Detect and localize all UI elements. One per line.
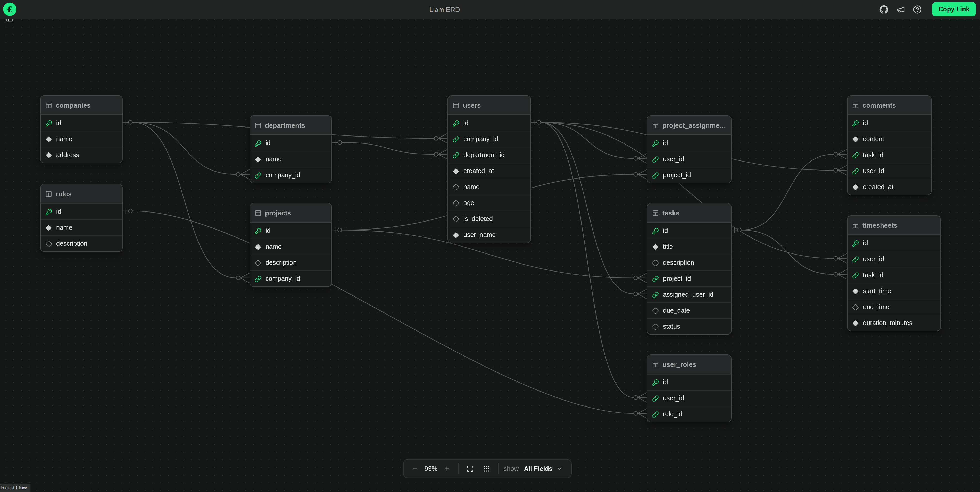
column-row[interactable]: title	[648, 238, 731, 254]
table-header[interactable]: comments	[848, 96, 931, 115]
column-name: id	[663, 379, 668, 386]
column-row[interactable]: name	[448, 179, 530, 195]
zoom-out-button[interactable]	[409, 462, 421, 475]
table-header[interactable]: companies	[41, 96, 122, 115]
column-row[interactable]: is_deleted	[448, 211, 530, 227]
table-name: project_assignme…	[662, 121, 726, 129]
table-node-companies[interactable]: companiesidnameaddress	[40, 95, 123, 163]
table-node-tasks[interactable]: tasksidtitledescriptionproject_idassigne…	[647, 203, 732, 335]
react-flow-attribution[interactable]: React Flow	[0, 484, 30, 492]
column-row[interactable]: name	[250, 151, 331, 167]
diamond-filled-icon	[453, 232, 459, 238]
column-name: status	[663, 323, 680, 330]
column-row[interactable]: description	[250, 254, 331, 270]
column-row[interactable]: end_time	[848, 299, 940, 315]
table-name: companies	[56, 101, 91, 109]
column-row[interactable]: id	[41, 115, 122, 131]
column-row[interactable]: user_id	[848, 251, 940, 267]
table-header[interactable]: project_assignme…	[648, 116, 731, 135]
table-node-departments[interactable]: departmentsidnamecompany_id	[250, 116, 332, 183]
github-icon[interactable]	[877, 3, 890, 16]
column-row[interactable]: user_id	[648, 390, 731, 406]
column-name: id	[463, 119, 468, 127]
column-row[interactable]: status	[648, 318, 731, 334]
column-row[interactable]: name	[41, 219, 122, 235]
liam-logo-icon[interactable]: £	[3, 3, 16, 16]
column-row[interactable]: project_id	[648, 270, 731, 286]
column-row[interactable]: address	[41, 147, 122, 163]
column-row[interactable]: user_id	[648, 151, 731, 167]
column-row[interactable]: description	[41, 235, 122, 251]
table-node-timesheets[interactable]: timesheetsiduser_idtask_idstart_timeend_…	[847, 215, 941, 331]
column-row[interactable]: user_name	[448, 227, 530, 243]
link-icon	[652, 275, 659, 282]
column-row[interactable]: project_id	[648, 167, 731, 183]
column-row[interactable]: created_at	[848, 179, 931, 195]
column-row[interactable]: description	[648, 254, 731, 270]
column-row[interactable]: company_id	[448, 131, 530, 147]
column-name: task_id	[863, 271, 883, 279]
column-row[interactable]: content	[848, 131, 931, 147]
column-row[interactable]: duration_minutes	[848, 315, 940, 331]
help-icon[interactable]	[910, 3, 924, 16]
column-row[interactable]: id	[848, 235, 940, 251]
table-header[interactable]: departments	[250, 116, 331, 135]
megaphone-icon[interactable]	[894, 3, 907, 16]
column-row[interactable]: created_at	[448, 163, 530, 179]
table-node-user_roles[interactable]: user_rolesiduser_idrole_id	[647, 354, 732, 422]
column-row[interactable]: id	[648, 222, 731, 238]
table-icon	[852, 102, 859, 108]
column-row[interactable]: name	[250, 238, 331, 254]
column-row[interactable]: id	[648, 135, 731, 151]
table-node-roles[interactable]: rolesidnamedescription	[40, 184, 123, 252]
column-row[interactable]: assigned_user_id	[648, 286, 731, 302]
column-row[interactable]: due_date	[648, 302, 731, 318]
column-row[interactable]: id	[250, 222, 331, 238]
column-row[interactable]: company_id	[250, 167, 331, 183]
column-row[interactable]: task_id	[848, 267, 940, 283]
column-name: description	[663, 259, 694, 267]
table-node-project_assignme[interactable]: project_assignme…iduser_idproject_id	[647, 116, 732, 183]
zoom-in-button[interactable]	[441, 462, 453, 475]
column-name: department_id	[463, 151, 505, 159]
column-name: id	[863, 119, 868, 127]
table-name: user_roles	[662, 360, 697, 368]
column-row[interactable]: id	[848, 115, 931, 131]
column-row[interactable]: id	[250, 135, 331, 151]
key-icon	[45, 208, 52, 215]
column-row[interactable]: id	[448, 115, 530, 131]
column-row[interactable]: name	[41, 131, 122, 147]
erd-canvas[interactable]: companiesidnameaddressrolesidnamedescrip…	[0, 19, 980, 492]
tidy-up-icon[interactable]	[480, 462, 493, 475]
fit-view-icon[interactable]	[464, 462, 476, 475]
column-row[interactable]: task_id	[848, 147, 931, 163]
column-row[interactable]: age	[448, 195, 530, 211]
column-row[interactable]: start_time	[848, 283, 940, 299]
key-icon	[652, 227, 659, 234]
table-name: comments	[862, 101, 896, 109]
diamond-outline-icon	[652, 323, 659, 330]
table-node-users[interactable]: usersidcompany_iddepartment_idcreated_at…	[447, 95, 531, 243]
table-header[interactable]: users	[448, 96, 530, 115]
table-node-projects[interactable]: projectsidnamedescriptioncompany_id	[250, 203, 332, 287]
column-row[interactable]: id	[648, 374, 731, 390]
copy-link-button[interactable]: Copy Link	[932, 2, 976, 16]
table-header[interactable]: timesheets	[848, 216, 940, 235]
column-row[interactable]: id	[41, 203, 122, 219]
column-name: age	[463, 199, 474, 206]
column-row[interactable]: user_id	[848, 163, 931, 179]
table-header[interactable]: roles	[41, 184, 122, 203]
table-icon	[652, 361, 659, 368]
column-row[interactable]: role_id	[648, 406, 731, 422]
column-row[interactable]: company_id	[250, 270, 331, 286]
column-name: company_id	[266, 275, 300, 283]
column-row[interactable]: department_id	[448, 147, 530, 163]
table-header[interactable]: user_roles	[648, 355, 731, 374]
column-name: start_time	[863, 287, 891, 295]
column-name: name	[266, 156, 282, 163]
table-header[interactable]: tasks	[648, 203, 731, 222]
key-icon	[255, 140, 261, 146]
fields-filter-dropdown[interactable]: All Fields	[524, 465, 563, 472]
table-node-comments[interactable]: commentsidcontenttask_iduser_idcreated_a…	[847, 95, 932, 195]
table-header[interactable]: projects	[250, 203, 331, 222]
